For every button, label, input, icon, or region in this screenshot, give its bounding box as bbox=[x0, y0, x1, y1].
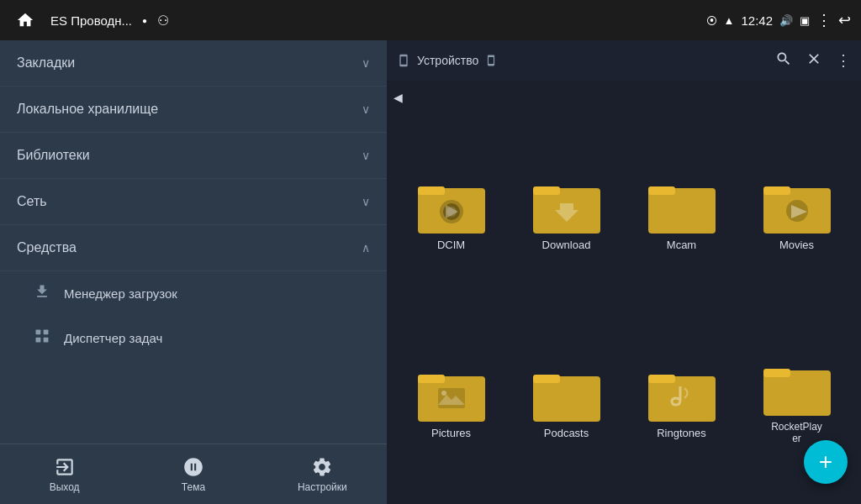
sidebar-content: Закладки ∨ Локальное хранилище ∨ Библиот… bbox=[0, 40, 387, 444]
svg-rect-3 bbox=[44, 338, 49, 343]
folder-pictures[interactable]: Pictures bbox=[397, 312, 505, 494]
sidebar-item-label-bookmarks: Закладки bbox=[17, 55, 75, 71]
sidebar-sub-download-manager[interactable]: Менеджер загрузок bbox=[0, 271, 387, 316]
svg-rect-20 bbox=[533, 376, 600, 422]
svg-rect-17 bbox=[418, 375, 445, 383]
wifi-icon: ▲ bbox=[724, 14, 735, 27]
status-bar-right: ⦿ ▲ 12:42 🔊 ▣ ⋮ ↩ bbox=[706, 11, 851, 29]
status-bar: ES Проводн... ● ⚇ ⦿ ▲ 12:42 🔊 ▣ ⋮ ↩ bbox=[0, 0, 861, 40]
folder-label-rocketplayer: RocketPlayer bbox=[771, 421, 822, 444]
sidebar: Закладки ∨ Локальное хранилище ∨ Библиот… bbox=[0, 40, 387, 504]
svg-rect-18 bbox=[438, 388, 465, 408]
chevron-down-icon: ∨ bbox=[362, 149, 370, 162]
nav-settings[interactable]: Настройки bbox=[258, 456, 387, 493]
sidebar-sub-task-manager[interactable]: Диспетчер задач bbox=[0, 316, 387, 360]
nav-exit-label: Выход bbox=[50, 481, 80, 493]
svg-point-19 bbox=[441, 391, 446, 396]
svg-rect-14 bbox=[763, 186, 790, 195]
nav-settings-label: Настройки bbox=[298, 481, 347, 493]
sidebar-item-libraries[interactable]: Библиотеки ∨ bbox=[0, 133, 387, 179]
folder-download[interactable]: Download bbox=[512, 124, 621, 306]
folder-label-download: Download bbox=[542, 239, 591, 251]
nav-theme-label: Тема bbox=[182, 481, 205, 493]
volume-icon: 🔊 bbox=[779, 14, 793, 27]
location-icon: ⦿ bbox=[706, 14, 717, 27]
chevron-down-icon: ∨ bbox=[362, 56, 370, 70]
folder-mcam[interactable]: Mcam bbox=[627, 124, 736, 306]
folder-icon-mcam bbox=[648, 180, 716, 234]
folder-movies[interactable]: Movies bbox=[742, 124, 851, 306]
sidebar-item-local-storage[interactable]: Локальное хранилище ∨ bbox=[0, 87, 387, 133]
svg-rect-5 bbox=[418, 186, 445, 195]
folder-icon-download bbox=[533, 180, 600, 234]
folder-ringtones[interactable]: Ringtones bbox=[627, 312, 736, 494]
file-grid: DCIM Download M bbox=[387, 114, 861, 504]
sidebar-item-label-libraries: Библиотеки bbox=[17, 148, 90, 163]
back-nav-icon[interactable]: ◀ bbox=[394, 91, 403, 104]
dot-indicator: ● bbox=[142, 16, 147, 25]
main-container: Закладки ∨ Локальное хранилище ∨ Библиот… bbox=[0, 40, 861, 504]
folder-icon-pictures bbox=[418, 368, 485, 422]
home-button[interactable] bbox=[10, 5, 40, 35]
nav-exit[interactable]: Выход bbox=[0, 456, 129, 493]
sidebar-item-tools[interactable]: Средства ∧ bbox=[0, 225, 387, 271]
folder-label-movies: Movies bbox=[779, 239, 814, 251]
close-icon[interactable] bbox=[806, 50, 822, 71]
svg-rect-10 bbox=[533, 186, 560, 195]
time-display: 12:42 bbox=[741, 13, 773, 28]
folder-podcasts[interactable]: Podcasts bbox=[512, 312, 621, 494]
folder-label-pictures: Pictures bbox=[431, 427, 471, 439]
sidebar-item-label-local: Локальное хранилище bbox=[17, 102, 158, 117]
sidebar-item-bookmarks[interactable]: Закладки ∨ bbox=[0, 40, 387, 87]
sidebar-item-network[interactable]: Сеть ∨ bbox=[0, 179, 387, 225]
folder-icon-dcim bbox=[418, 180, 485, 234]
svg-rect-2 bbox=[36, 338, 41, 343]
file-panel-header: Устройство bbox=[387, 40, 861, 81]
svg-rect-22 bbox=[648, 376, 716, 422]
usb-icon: ⚇ bbox=[157, 13, 169, 29]
bottom-nav: Выход Тема Настройки bbox=[0, 444, 387, 504]
nav-theme[interactable]: Тема bbox=[129, 456, 257, 493]
overflow-menu-icon[interactable]: ⋮ bbox=[816, 11, 832, 29]
file-panel: Устройство bbox=[387, 40, 861, 504]
status-bar-left: ES Проводн... ● ⚇ bbox=[10, 5, 169, 35]
overflow-menu-icon[interactable]: ⋮ bbox=[836, 51, 851, 70]
folder-dcim[interactable]: DCIM bbox=[397, 124, 505, 306]
chevron-up-icon: ∧ bbox=[362, 241, 370, 255]
search-icon[interactable] bbox=[775, 50, 792, 71]
back-button-icon[interactable]: ↩ bbox=[838, 11, 851, 29]
chevron-down-icon: ∨ bbox=[362, 102, 370, 116]
fab-add-button[interactable]: + bbox=[804, 440, 848, 484]
breadcrumb-text: Устройство bbox=[417, 54, 478, 67]
task-manager-icon bbox=[34, 328, 50, 349]
sidebar-item-label-network: Сеть bbox=[17, 194, 47, 209]
download-manager-icon bbox=[34, 283, 50, 304]
svg-rect-1 bbox=[44, 330, 49, 335]
file-panel-wrapper: Устройство bbox=[387, 40, 861, 504]
folder-label-ringtones: Ringtones bbox=[657, 427, 706, 439]
battery-icon: ▣ bbox=[800, 14, 810, 27]
folder-label-mcam: Mcam bbox=[667, 239, 696, 251]
chevron-down-icon: ∨ bbox=[362, 195, 370, 208]
sidebar-sub-label-tasks: Диспетчер задач bbox=[64, 331, 162, 345]
breadcrumb: Устройство bbox=[397, 54, 497, 67]
svg-rect-12 bbox=[648, 186, 675, 195]
folder-icon-ringtones bbox=[648, 368, 716, 422]
folder-icon-podcasts bbox=[533, 368, 600, 422]
folder-label-dcim: DCIM bbox=[437, 239, 465, 251]
folder-label-podcasts: Podcasts bbox=[544, 427, 589, 439]
folder-icon-movies bbox=[763, 180, 831, 234]
device-icon bbox=[397, 54, 410, 67]
file-panel-toolbar: ◀ bbox=[387, 81, 861, 114]
svg-rect-24 bbox=[763, 370, 831, 416]
svg-rect-25 bbox=[763, 369, 790, 377]
sidebar-item-label-tools: Средства bbox=[17, 240, 77, 255]
svg-rect-11 bbox=[648, 188, 716, 234]
breadcrumb-device-icon bbox=[485, 55, 497, 66]
file-panel-actions: ⋮ bbox=[775, 50, 851, 71]
svg-rect-0 bbox=[36, 330, 41, 335]
folder-icon-rocketplayer bbox=[763, 362, 831, 416]
app-title: ES Проводн... bbox=[50, 13, 132, 28]
svg-rect-23 bbox=[648, 375, 675, 383]
sidebar-sub-label-download: Менеджер загрузок bbox=[64, 286, 177, 301]
